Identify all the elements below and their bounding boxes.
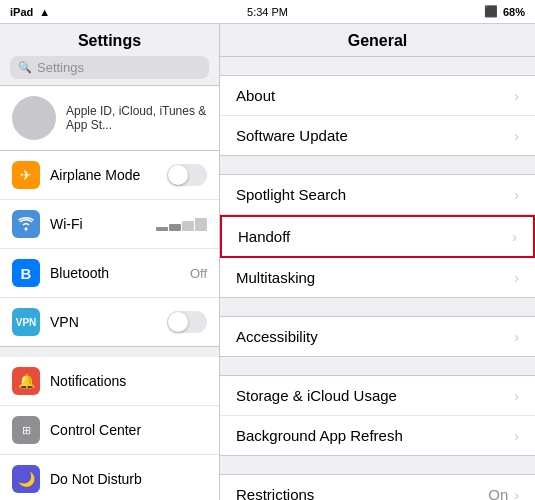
donotdisturb-icon: 🌙 [12, 465, 40, 493]
right-section-restrictions: Restrictions On › [220, 474, 535, 500]
wifi-bar-4 [195, 218, 207, 231]
bluetooth-label: Bluetooth [50, 265, 180, 281]
handoff-label: Handoff [238, 228, 512, 245]
right-section-features: Spotlight Search › Handoff › Multitaskin… [220, 174, 535, 298]
spotlightsearch-chevron: › [514, 187, 519, 203]
right-item-softwareupdate[interactable]: Software Update › [220, 116, 535, 155]
sidebar-item-bluetooth[interactable]: B Bluetooth Off [0, 249, 219, 298]
controlcenter-label: Control Center [50, 422, 207, 438]
right-item-accessibility[interactable]: Accessibility › [220, 317, 535, 356]
search-placeholder: Settings [37, 60, 84, 75]
right-item-multitasking[interactable]: Multitasking › [220, 258, 535, 297]
right-section-storage: Storage & iCloud Usage › Background App … [220, 375, 535, 456]
status-left: iPad ▲ [10, 6, 50, 18]
battery-icon: ⬛ [484, 5, 498, 18]
right-section-accessibility: Accessibility › [220, 316, 535, 357]
restrictions-label: Restrictions [236, 486, 488, 500]
spotlightsearch-label: Spotlight Search [236, 186, 514, 203]
right-panel-title: General [236, 32, 519, 50]
wifi-bar-2 [169, 224, 181, 231]
avatar [12, 96, 56, 140]
sidebar-item-notifications[interactable]: 🔔 Notifications [0, 357, 219, 406]
sidebar-header: Settings 🔍 Settings [0, 24, 219, 86]
right-item-spotlightsearch[interactable]: Spotlight Search › [220, 175, 535, 215]
vpn-toggle[interactable] [167, 311, 207, 333]
airplane-label: Airplane Mode [50, 167, 157, 183]
multitasking-label: Multitasking [236, 269, 514, 286]
sidebar-title: Settings [10, 32, 209, 50]
airplane-toggle[interactable] [167, 164, 207, 186]
storageicloud-chevron: › [514, 388, 519, 404]
right-header: General [220, 24, 535, 57]
sidebar-item-donotdisturb[interactable]: 🌙 Do Not Disturb [0, 455, 219, 500]
battery-label: 68% [503, 6, 525, 18]
sidebar-item-airplane[interactable]: ✈ Airplane Mode [0, 151, 219, 200]
about-label: About [236, 87, 514, 104]
storageicloud-label: Storage & iCloud Usage [236, 387, 514, 404]
right-item-about[interactable]: About › [220, 76, 535, 116]
profile-row[interactable]: Apple ID, iCloud, iTunes & App St... [0, 86, 219, 151]
ipad-label: iPad [10, 6, 33, 18]
bluetooth-icon: B [12, 259, 40, 287]
vpn-label: VPN [50, 314, 157, 330]
right-item-storageicloud[interactable]: Storage & iCloud Usage › [220, 376, 535, 416]
search-icon: 🔍 [18, 61, 32, 74]
status-bar: iPad ▲ 5:34 PM ⬛ 68% [0, 0, 535, 24]
status-time: 5:34 PM [247, 6, 288, 18]
restrictions-chevron: › [514, 487, 519, 501]
bluetooth-value: Off [190, 266, 207, 281]
wifi-icon [12, 210, 40, 238]
sidebar-item-wifi[interactable]: Wi-Fi [0, 200, 219, 249]
right-item-backgroundapprefresh[interactable]: Background App Refresh › [220, 416, 535, 455]
handoff-chevron: › [512, 229, 517, 245]
backgroundapprefresh-chevron: › [514, 428, 519, 444]
notifications-label: Notifications [50, 373, 207, 389]
sidebar-item-vpn[interactable]: VPN VPN [0, 298, 219, 346]
restrictions-value: On [488, 486, 508, 500]
softwareupdate-label: Software Update [236, 127, 514, 144]
sidebar-section-alerts: 🔔 Notifications ⊞ Control Center 🌙 Do No… [0, 357, 219, 500]
profile-label: Apple ID, iCloud, iTunes & App St... [66, 104, 207, 132]
right-item-restrictions[interactable]: Restrictions On › [220, 475, 535, 500]
sidebar-item-controlcenter[interactable]: ⊞ Control Center [0, 406, 219, 455]
backgroundapprefresh-label: Background App Refresh [236, 427, 514, 444]
airplane-icon: ✈ [12, 161, 40, 189]
softwareupdate-chevron: › [514, 128, 519, 144]
notifications-icon: 🔔 [12, 367, 40, 395]
status-right: ⬛ 68% [484, 5, 525, 18]
right-panel: General About › Software Update › Spotli… [220, 24, 535, 500]
search-bar[interactable]: 🔍 Settings [10, 56, 209, 79]
sidebar: Settings 🔍 Settings Apple ID, iCloud, iT… [0, 24, 220, 500]
right-section-info: About › Software Update › [220, 75, 535, 156]
wifi-bar-1 [156, 227, 168, 231]
accessibility-chevron: › [514, 329, 519, 345]
wifi-label: Wi-Fi [50, 216, 146, 232]
donotdisturb-label: Do Not Disturb [50, 471, 207, 487]
right-item-handoff[interactable]: Handoff › [220, 215, 535, 258]
wifi-strength [156, 217, 207, 231]
vpn-toggle-knob [168, 312, 188, 332]
vpn-icon: VPN [12, 308, 40, 336]
accessibility-label: Accessibility [236, 328, 514, 345]
controlcenter-icon: ⊞ [12, 416, 40, 444]
sidebar-section-connectivity: ✈ Airplane Mode Wi-Fi [0, 151, 219, 347]
main-layout: Settings 🔍 Settings Apple ID, iCloud, iT… [0, 24, 535, 500]
multitasking-chevron: › [514, 270, 519, 286]
about-chevron: › [514, 88, 519, 104]
airplane-toggle-knob [168, 165, 188, 185]
wifi-bar-3 [182, 221, 194, 231]
wifi-icon: ▲ [39, 6, 50, 18]
